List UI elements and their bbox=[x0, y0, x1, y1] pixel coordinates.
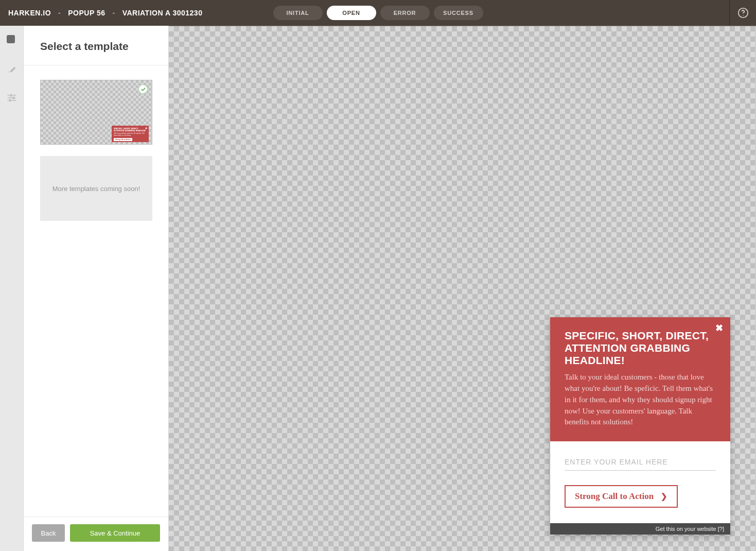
popup-cta-label: Strong Call to Action bbox=[575, 491, 654, 502]
check-icon bbox=[140, 87, 146, 92]
preview-cta: Strong Call to Action bbox=[114, 138, 132, 141]
sidebar: Select a template ✖ SPECIFIC, SHORT, DIR… bbox=[24, 26, 169, 551]
save-continue-button[interactable]: Save & Continue bbox=[70, 524, 160, 542]
tab-open[interactable]: OPEN bbox=[327, 6, 376, 20]
sidebar-title: Select a template bbox=[24, 26, 168, 65]
template-preview-popup: ✖ SPECIFIC, SHORT, DIRECT, ATTENTION GRA… bbox=[112, 126, 149, 142]
canvas: ✖ SPECIFIC, SHORT, DIRECT, ATTENTION GRA… bbox=[169, 26, 756, 551]
help-button[interactable] bbox=[729, 0, 756, 26]
breadcrumb-sep: - bbox=[112, 9, 115, 17]
breadcrumb-variation[interactable]: VARIATION A 3001230 bbox=[122, 9, 203, 17]
popup-close-button[interactable]: ✖ bbox=[715, 322, 723, 334]
template-coming-soon: More templates coming soon! bbox=[40, 156, 152, 221]
tab-error[interactable]: ERROR bbox=[380, 6, 430, 20]
breadcrumb: HARKEN.IO - POPUP 56 - VARIATION A 30012… bbox=[8, 9, 202, 17]
state-tabs: INITIAL OPEN ERROR SUCCESS bbox=[273, 6, 483, 20]
sidebar-content: ✖ SPECIFIC, SHORT, DIRECT, ATTENTION GRA… bbox=[24, 65, 168, 516]
popup-headline[interactable]: SPECIFIC, SHORT, DIRECT, ATTENTION GRABB… bbox=[565, 330, 716, 367]
popup-footer-link[interactable]: Get this on your website [?] bbox=[550, 523, 730, 535]
popup-preview: ✖ SPECIFIC, SHORT, DIRECT, ATTENTION GRA… bbox=[550, 317, 730, 535]
chevron-right-icon: ❯ bbox=[661, 492, 667, 501]
app-header: HARKEN.IO - POPUP 56 - VARIATION A 30012… bbox=[0, 0, 756, 26]
tab-success[interactable]: SUCCESS bbox=[434, 6, 483, 20]
back-button[interactable]: Back bbox=[32, 524, 65, 542]
help-icon bbox=[737, 7, 749, 19]
popup-email-input[interactable] bbox=[565, 455, 716, 471]
breadcrumb-site[interactable]: HARKEN.IO bbox=[8, 9, 51, 17]
rail-settings-icon[interactable] bbox=[7, 93, 17, 103]
tab-initial[interactable]: INITIAL bbox=[273, 6, 323, 20]
breadcrumb-popup[interactable]: POPUP 56 bbox=[68, 9, 105, 17]
popup-form: Strong Call to Action ❯ bbox=[550, 441, 730, 523]
popup-cta-button[interactable]: Strong Call to Action ❯ bbox=[565, 485, 678, 508]
breadcrumb-sep: - bbox=[58, 9, 61, 17]
sidebar-footer: Back Save & Continue bbox=[24, 516, 168, 551]
svg-point-1 bbox=[743, 15, 743, 15]
preview-body: Talk to your ideal customers. Be specifi… bbox=[114, 133, 147, 137]
icon-rail bbox=[0, 26, 24, 551]
popup-header: ✖ SPECIFIC, SHORT, DIRECT, ATTENTION GRA… bbox=[550, 317, 730, 441]
rail-design-icon[interactable] bbox=[7, 64, 17, 74]
preview-headline: SPECIFIC, SHORT, DIRECT, ATTENTION GRABB… bbox=[114, 128, 147, 132]
popup-body-text[interactable]: Talk to your ideal customers - those tha… bbox=[565, 372, 716, 428]
rail-templates-icon[interactable] bbox=[7, 35, 17, 45]
preview-close-icon: ✖ bbox=[145, 127, 147, 130]
template-card-1[interactable]: ✖ SPECIFIC, SHORT, DIRECT, ATTENTION GRA… bbox=[40, 80, 152, 145]
template-selected-check bbox=[138, 84, 148, 94]
